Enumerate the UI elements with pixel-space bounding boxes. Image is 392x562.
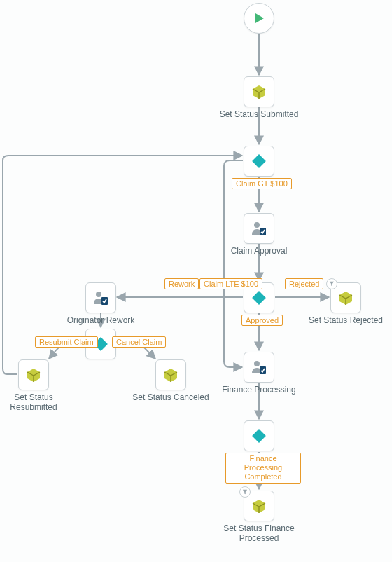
task-label: Set Status Rejected bbox=[304, 315, 388, 325]
edge-label-claim-gt-100: Claim GT $100 bbox=[232, 178, 292, 189]
task-set-status-resubmitted[interactable] bbox=[18, 359, 49, 390]
task-label: Originator Rework bbox=[59, 315, 143, 325]
edge-label-approved: Approved bbox=[241, 315, 283, 326]
svg-rect-10 bbox=[252, 154, 266, 168]
task-finance-processing[interactable] bbox=[244, 352, 274, 383]
task-claim-approval[interactable] bbox=[244, 213, 274, 244]
svg-rect-18 bbox=[260, 366, 266, 374]
user-task-icon bbox=[244, 352, 274, 382]
gateway-claim-gt-100[interactable] bbox=[244, 146, 274, 177]
diamond-icon bbox=[244, 146, 274, 176]
task-label: Finance Processing bbox=[217, 385, 301, 395]
task-label: Claim Approval bbox=[217, 246, 301, 256]
task-label: Set Status Finance Processed bbox=[217, 523, 301, 544]
filter-icon bbox=[239, 486, 251, 498]
task-originator-rework[interactable] bbox=[85, 282, 116, 313]
gateway-finance-completed[interactable] bbox=[244, 420, 274, 451]
task-label: Set Status Resubmitted bbox=[0, 392, 76, 413]
task-set-status-submitted[interactable] bbox=[244, 76, 274, 107]
edge-label-claim-lte-100: Claim LTE $100 bbox=[200, 278, 262, 289]
box-icon bbox=[156, 360, 186, 390]
svg-rect-12 bbox=[260, 228, 266, 235]
svg-rect-15 bbox=[102, 297, 108, 305]
play-icon bbox=[244, 4, 274, 33]
user-task-icon bbox=[244, 214, 274, 243]
box-icon bbox=[244, 77, 274, 107]
workflow-canvas[interactable]: Set Status Submitted Claim GT $100 Claim… bbox=[0, 0, 392, 562]
task-set-status-canceled[interactable] bbox=[155, 359, 186, 390]
edge-label-rejected: Rejected bbox=[285, 278, 323, 289]
edge-label-rework: Rework bbox=[164, 278, 199, 289]
task-label: Set Status Canceled bbox=[129, 392, 213, 402]
user-task-icon bbox=[86, 283, 115, 313]
start-event-node[interactable] bbox=[244, 3, 274, 34]
diamond-icon bbox=[244, 421, 274, 451]
svg-point-17 bbox=[254, 361, 260, 366]
filter-icon bbox=[326, 278, 337, 289]
edge-label-finance-processing-completed: Finance Processing Completed bbox=[225, 453, 301, 484]
svg-rect-19 bbox=[252, 429, 266, 443]
edge-label-cancel-claim: Cancel Claim bbox=[112, 336, 166, 348]
edge-label-resubmit-claim: Resubmit Claim bbox=[35, 336, 98, 348]
box-icon bbox=[19, 360, 48, 390]
svg-point-11 bbox=[254, 222, 260, 228]
svg-point-14 bbox=[96, 292, 102, 297]
task-label: Set Status Submitted bbox=[217, 109, 301, 119]
svg-rect-13 bbox=[252, 291, 266, 305]
